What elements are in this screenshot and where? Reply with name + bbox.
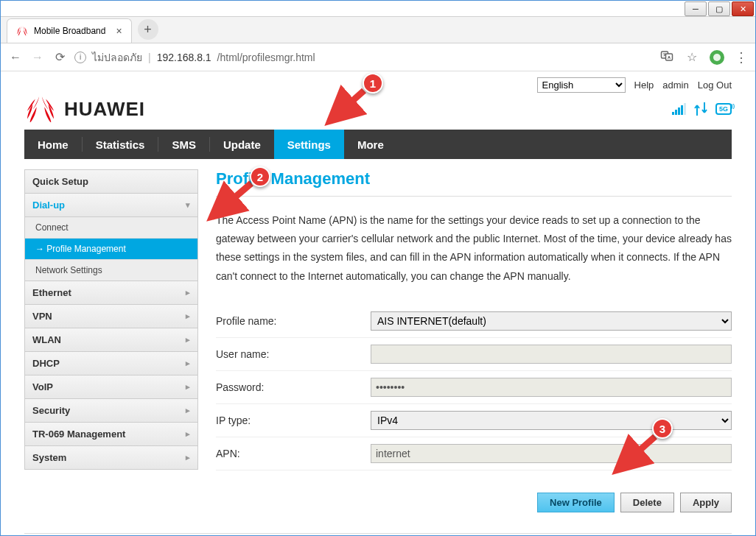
- chevron-right-icon: ▸: [186, 288, 190, 297]
- profile-avatar-icon[interactable]: [710, 50, 724, 65]
- browser-menu-icon[interactable]: ⋮: [735, 49, 748, 66]
- sidebar-item-dialup[interactable]: Dial-up▾: [24, 193, 198, 217]
- apn-input[interactable]: [371, 444, 732, 463]
- site-info-icon[interactable]: i: [74, 52, 86, 63]
- chevron-right-icon: ▸: [186, 406, 190, 415]
- window-minimize-button[interactable]: ─: [685, 1, 707, 16]
- nav-settings[interactable]: Settings: [274, 130, 344, 159]
- nav-reload-icon[interactable]: ⟳: [52, 50, 67, 64]
- content: Quick Setup Dial-up▾ Connect Profile Man…: [24, 159, 732, 527]
- label-user-name: User name:: [216, 348, 371, 360]
- delete-button[interactable]: Delete: [620, 493, 674, 512]
- annotation-callout-1: 1: [363, 73, 383, 94]
- row-apn: APN:: [216, 437, 732, 470]
- url-host: 192.168.8.1: [157, 52, 211, 63]
- nav-statistics[interactable]: Statistics: [83, 130, 158, 159]
- sidebar-item-system[interactable]: System▸: [24, 445, 198, 470]
- language-select[interactable]: English: [537, 77, 626, 93]
- profile-name-select[interactable]: AIS INTERNET(default): [371, 311, 732, 331]
- bookmark-star-icon[interactable]: ☆: [685, 50, 699, 64]
- label-profile-name: Profile name:: [216, 315, 371, 327]
- page-description: The Access Point Name (APN) is the name …: [216, 211, 732, 286]
- sidebar-item-voip[interactable]: VoIP▸: [24, 375, 198, 399]
- main-panel: Profile Management The Access Point Name…: [216, 169, 732, 520]
- window-close-button[interactable]: ✕: [732, 1, 754, 16]
- brand-row: HUAWEI 5G)): [24, 96, 732, 130]
- browser-tabstrip: Mobile Broadband × +: [1, 17, 755, 43]
- data-activity-icon: [693, 102, 708, 116]
- logout-link[interactable]: Log Out: [698, 80, 732, 91]
- app-window: ─ ▢ ✕ Mobile Broadband × + ← → ⟳ i ไม่ปล…: [0, 0, 756, 536]
- sidebar-item-vpn[interactable]: VPN▸: [24, 304, 198, 328]
- row-user-name: User name:: [216, 338, 732, 371]
- chevron-right-icon: ▸: [186, 429, 190, 439]
- brand-name: HUAWEI: [64, 98, 145, 121]
- sidebar-item-ethernet[interactable]: Ethernet▸: [24, 281, 198, 305]
- window-titlebar: ─ ▢ ✕: [1, 1, 755, 17]
- chevron-down-icon: ▾: [186, 200, 190, 210]
- sidebar-item-security[interactable]: Security▸: [24, 398, 198, 423]
- sidebar-sub-connect[interactable]: Connect: [25, 217, 197, 238]
- nav-back-icon[interactable]: ←: [8, 51, 23, 64]
- password-input[interactable]: [371, 378, 732, 397]
- chevron-right-icon: ▸: [186, 335, 190, 345]
- sidebar-item-dhcp[interactable]: DHCP▸: [24, 351, 198, 375]
- signal-strength-icon: [672, 103, 686, 115]
- label-password: Password:: [216, 381, 371, 393]
- page-container: English Help admin Log Out HUAWEI: [24, 71, 732, 535]
- page-viewport: English Help admin Log Out HUAWEI: [1, 71, 755, 535]
- nav-home[interactable]: Home: [24, 130, 82, 159]
- window-maximize-button[interactable]: ▢: [708, 1, 730, 16]
- nav-update[interactable]: Update: [210, 130, 274, 159]
- address-bar[interactable]: i ไม่ปลอดภัย | 192.168.8.1/html/profiles…: [74, 49, 652, 66]
- button-row: New Profile Delete Apply: [216, 470, 732, 520]
- sidebar: Quick Setup Dial-up▾ Connect Profile Man…: [24, 169, 198, 520]
- url-path: /html/profilesmgr.html: [217, 52, 315, 63]
- help-link[interactable]: Help: [634, 80, 654, 91]
- user-name-input[interactable]: [371, 345, 732, 364]
- sidebar-item-wlan[interactable]: WLAN▸: [24, 328, 198, 352]
- label-apn: APN:: [216, 448, 371, 459]
- row-profile-name: Profile name: AIS INTERNET(default): [216, 305, 732, 338]
- sidebar-sub-network-settings[interactable]: Network Settings: [25, 259, 197, 281]
- annotation-callout-3: 3: [652, 418, 673, 439]
- browser-tab-close-icon[interactable]: ×: [116, 25, 122, 37]
- apply-button[interactable]: Apply: [680, 493, 732, 512]
- main-nav: Home Statistics SMS Update Settings More: [24, 130, 732, 159]
- sidebar-item-tr069[interactable]: TR-069 Management▸: [24, 422, 198, 446]
- chevron-right-icon: ▸: [186, 382, 190, 392]
- browser-tab-title: Mobile Broadband: [34, 26, 105, 36]
- network-5g-icon: 5G)): [715, 103, 732, 115]
- huawei-logo-icon: [24, 96, 57, 122]
- page-footer: | Privacy Policy | Copyright © 2006-2017…: [24, 533, 732, 535]
- browser-new-tab-button[interactable]: +: [138, 19, 158, 40]
- sidebar-sub-profile-management[interactable]: Profile Management: [25, 238, 197, 259]
- favicon-huawei-icon: [16, 25, 28, 37]
- chevron-right-icon: ▸: [186, 311, 190, 321]
- label-ip-type: IP type:: [216, 415, 371, 426]
- nav-sms[interactable]: SMS: [158, 130, 209, 159]
- translate-icon[interactable]: [659, 49, 674, 66]
- chevron-right-icon: ▸: [186, 453, 190, 462]
- row-password: Password:: [216, 371, 732, 404]
- ip-type-select[interactable]: IPv4: [371, 411, 732, 430]
- brand-logo: HUAWEI: [24, 96, 145, 122]
- security-status-text: ไม่ปลอดภัย: [92, 49, 142, 66]
- admin-username[interactable]: admin: [662, 80, 688, 91]
- status-icons: 5G)): [672, 102, 732, 116]
- nav-more[interactable]: More: [344, 130, 397, 159]
- sidebar-submenu-dialup: Connect Profile Management Network Setti…: [24, 217, 198, 281]
- svg-rect-1: [666, 54, 673, 60]
- new-profile-button[interactable]: New Profile: [537, 493, 615, 512]
- browser-toolbar: ← → ⟳ i ไม่ปลอดภัย | 192.168.8.1/html/pr…: [1, 43, 755, 71]
- chevron-right-icon: ▸: [186, 359, 190, 368]
- browser-tab[interactable]: Mobile Broadband ×: [7, 18, 132, 43]
- sidebar-item-quick-setup[interactable]: Quick Setup: [24, 169, 198, 194]
- page-title: Profile Management: [216, 169, 732, 197]
- nav-forward-icon[interactable]: →: [30, 51, 45, 64]
- annotation-callout-2: 2: [250, 166, 270, 187]
- browser-right-icons: ☆ ⋮: [659, 49, 748, 66]
